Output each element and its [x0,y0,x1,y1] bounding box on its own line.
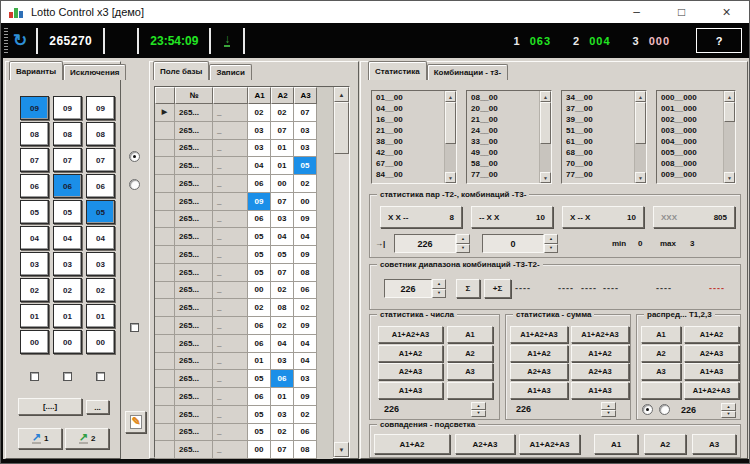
number-cell-00-col1[interactable]: 00 [20,330,49,354]
listbox-item[interactable]: 20__00 [471,103,539,114]
scroll-track[interactable] [540,102,551,172]
cell-a3[interactable]: 03 [294,370,317,388]
distribution-button[interactable]: A3 [641,363,681,380]
spin-down-icon[interactable]: ▼ [432,289,446,299]
cell-a1[interactable]: 00 [248,282,271,300]
listbox-item[interactable]: 70__00 [566,158,634,169]
cell-sub[interactable]: _ [213,246,248,264]
cell-a1[interactable]: 06 [248,211,271,229]
column2-checkbox[interactable] [63,372,72,381]
cell-draw-id[interactable]: 265... [175,246,213,264]
number-cell-06-col3[interactable]: 06 [86,174,115,198]
cell-a1[interactable]: 06 [248,317,271,335]
cell-draw-id[interactable]: 265... [175,175,213,193]
stat-sum-button[interactable]: A1+A2+A3 [571,326,629,343]
cell-a2[interactable]: 04 [271,228,294,246]
plus-sigma-button[interactable]: +Σ [484,279,511,298]
cell-a3[interactable]: 03 [294,122,317,140]
table-row[interactable]: 265..._020802 [155,299,333,317]
cell-sub[interactable]: _ [213,353,248,371]
close-button[interactable]: × [704,1,749,23]
number-cell-01-col2[interactable]: 01 [53,304,82,328]
scroll-up-icon[interactable]: ▲ [724,91,735,102]
cell-draw-id[interactable]: 265... [175,424,213,442]
toolbar-grip[interactable] [4,28,8,54]
listbox-item[interactable]: 58__00 [471,158,539,169]
table-scrollbar[interactable]: ▲ ▼ [333,87,349,457]
table-row[interactable]: 265..._030703 [155,122,333,140]
cell-sub[interactable]: _ [213,228,248,246]
cell-a2[interactable]: 00 [271,175,294,193]
cell-sub[interactable]: _ [213,211,248,229]
cell-sub[interactable]: _ [213,441,248,459]
stat-sum-button[interactable]: A2+A3 [571,363,629,380]
scroll-thumb[interactable] [724,102,735,122]
cell-sub[interactable]: _ [213,406,248,424]
numbers-spinner[interactable]: ▲▼ [471,402,486,417]
cell-a1[interactable]: 06 [248,335,271,353]
dist-radio-1[interactable] [642,404,653,415]
match-button-a3[interactable]: A3 [692,434,736,454]
table-row[interactable]: 265..._000206 [155,282,333,300]
number-cell-08-col1[interactable]: 08 [20,122,49,146]
cell-sub[interactable]: _ [213,175,248,193]
cell-a3[interactable]: 02 [294,299,317,317]
stat-numbers-button[interactable]: A1+A3 [378,382,443,399]
cell-a3[interactable]: 09 [294,317,317,335]
cell-a3[interactable]: 00 [294,193,317,211]
pair-stat-button[interactable]: X X --8 [380,206,462,228]
cell-draw-id[interactable]: 265... [175,388,213,406]
dist-spinner[interactable]: ▲▼ [721,403,736,418]
column3-checkbox[interactable] [96,372,105,381]
spin-down-icon[interactable]: ▼ [601,410,616,418]
minimize-button[interactable]: – [614,1,659,23]
cell-draw-id[interactable]: 265... [175,104,213,122]
cell-a1[interactable]: 06 [248,175,271,193]
cell-a3[interactable]: 02 [294,175,317,193]
number-cell-00-col3[interactable]: 00 [86,330,115,354]
table-row[interactable]: ▶265..._020207 [155,104,333,122]
scroll-down-icon[interactable]: ▼ [724,172,735,183]
cell-a2[interactable]: 02 [271,282,294,300]
table-row[interactable]: 265..._050603 [155,370,333,388]
bracket-button[interactable]: [....] [18,398,82,415]
table-row[interactable]: 265..._050206 [155,424,333,442]
cell-a1[interactable]: 05 [248,228,271,246]
cell-a2[interactable]: 07 [271,264,294,282]
distribution-button[interactable]: A2 [641,345,681,362]
cell-a2[interactable]: 03 [271,211,294,229]
cell-a3[interactable]: 07 [294,104,317,122]
cell-a2[interactable]: 06 [271,370,294,388]
pair-stat-button[interactable]: -- X X10 [471,206,553,228]
listbox-item[interactable]: 34__00 [566,92,634,103]
number-cell-08-col2[interactable]: 08 [53,122,82,146]
stat-sum-button[interactable]: A1+A2 [510,345,568,362]
distribution-button[interactable]: A1+A2+A3 [684,382,739,399]
listbox-item[interactable]: 38__00 [376,136,444,147]
listbox-item[interactable]: 004__000 [661,136,723,147]
number-cell-04-col3[interactable]: 04 [86,226,115,250]
table-row[interactable]: 265..._030103 [155,140,333,158]
cell-sub[interactable]: _ [213,299,248,317]
listbox-item[interactable]: 01__00 [376,92,444,103]
chart2-button[interactable]: ↗ 2 [65,428,109,449]
cell-draw-id[interactable]: 265... [175,122,213,140]
cell-sub[interactable]: _ [213,140,248,158]
cell-draw-id[interactable]: 265... [175,353,213,371]
number-cell-09-col1[interactable]: 09 [20,96,49,120]
listbox-item[interactable]: 39__00 [566,114,634,125]
match-button-a1-a2-a3[interactable]: A1+A2+A3 [519,434,580,454]
column1-checkbox[interactable] [30,372,39,381]
distribution-button-empty[interactable] [641,382,681,399]
cell-a1[interactable]: 02 [248,104,271,122]
table-row[interactable]: 265..._060309 [155,211,333,229]
number-cell-09-col3[interactable]: 09 [86,96,115,120]
stat-numbers-button[interactable]: A1 [447,326,493,343]
number-cell-06-col1[interactable]: 06 [20,174,49,198]
scroll-down-icon[interactable]: ▼ [635,172,646,183]
number-cell-01-col1[interactable]: 01 [20,304,49,328]
cell-a1[interactable]: 03 [248,140,271,158]
cell-draw-id[interactable]: 265... [175,317,213,335]
stat-numbers-button[interactable]: A3 [447,363,493,380]
listbox-item[interactable]: 77__00 [566,169,634,180]
